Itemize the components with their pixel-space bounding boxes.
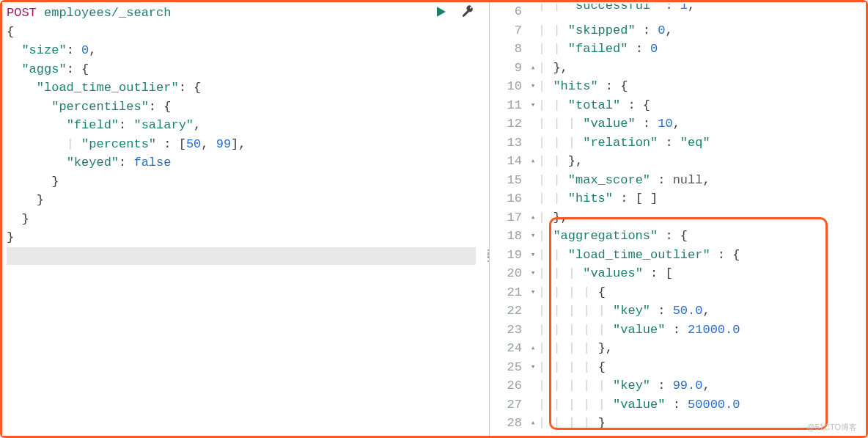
fold-icon[interactable]: ▾ [528,96,538,115]
response-line: 18▾| "aggregations" : { [490,227,866,246]
response-line: 13| | | "relation" : "eq" [490,134,866,153]
line-number: 16 [490,189,528,208]
response-line: 12| | | "value" : 10, [490,114,866,134]
response-line: 15| | "max_score" : null, [490,171,866,190]
request-pane[interactable]: POST employees/_search { "size": 0, "agg… [2,2,489,436]
wrench-icon[interactable] [461,5,474,22]
line-number: 13 [490,134,528,153]
line-number: 22 [490,302,528,321]
line-number: 25 [490,358,528,377]
line-number: 26 [490,376,528,395]
fold-icon[interactable]: ▾ [528,264,538,283]
response-line: 29▴| | | ] [490,433,866,437]
fold-icon[interactable] [528,21,538,40]
response-line: 26| | | | | "key" : 99.0, [490,376,866,395]
fold-icon[interactable]: ▴ [528,339,538,358]
response-pane[interactable]: 6| | "successful" : 1,7| | "skipped" : 0… [489,2,866,436]
response-line: 17▴| }, [490,208,866,227]
fold-icon[interactable]: ▴ [528,433,538,437]
fold-icon[interactable] [528,395,538,415]
request-code[interactable]: POST employees/_search { "size": 0, "agg… [2,2,489,265]
watermark: @51CTO博客 [807,422,857,433]
line-number: 20 [490,264,528,283]
fold-icon[interactable] [528,40,538,59]
response-line: 10▾| "hits" : { [490,77,866,96]
fold-icon[interactable]: ▴ [528,414,538,433]
response-line: 8| | "failed" : 0 [490,40,866,59]
fold-icon[interactable]: ▴ [528,208,538,227]
line-number: 11 [490,96,528,115]
fold-icon[interactable]: ▾ [528,358,538,377]
line-number: 9 [490,59,528,78]
response-line: 22| | | | | "key" : 50.0, [490,302,866,321]
response-line: 7| | "skipped" : 0, [490,21,866,40]
line-number: 6 [490,2,528,21]
fold-icon[interactable] [528,171,538,190]
fold-icon[interactable]: ▾ [528,246,538,265]
fold-icon[interactable]: ▾ [528,227,538,246]
fold-icon[interactable]: ▴ [528,152,538,171]
fold-icon[interactable] [528,376,538,395]
response-line: 14▴| | }, [490,152,866,171]
fold-icon[interactable] [528,302,538,321]
line-number: 8 [490,40,528,59]
response-line: 24▴| | | | }, [490,339,866,358]
endpoint: employees/_search [44,6,171,20]
response-line: 16| | "hits" : [ ] [490,189,866,208]
response-line: 19▾| | "load_time_outlier" : { [490,246,866,265]
fold-icon[interactable]: ▾ [528,283,538,302]
fold-icon[interactable] [528,114,538,134]
line-number: 23 [490,321,528,340]
request-toolbar [435,5,474,22]
line-number: 29 [490,433,528,437]
line-number: 12 [490,114,528,134]
line-number: 10 [490,77,528,96]
response-line: 11▾| | "total" : { [490,96,866,115]
response-line: 20▾| | | "values" : [ [490,264,866,283]
editor-frame: POST employees/_search { "size": 0, "agg… [0,0,868,438]
response-line: 23| | | | | "value" : 21000.0 [490,321,866,340]
line-number: 28 [490,414,528,433]
response-line: 25▾| | | | { [490,358,866,377]
response-line: 21▾| | | | { [490,283,866,302]
line-number: 14 [490,152,528,171]
fold-icon[interactable] [528,189,538,208]
line-number: 7 [490,21,528,40]
line-number: 17 [490,208,528,227]
pane-resize-handle[interactable]: ⋮⋮ [483,252,493,260]
response-line: 9▴| }, [490,59,866,78]
fold-icon[interactable] [528,134,538,153]
line-number: 15 [490,171,528,190]
fold-icon[interactable]: ▾ [528,77,538,96]
line-number: 18 [490,227,528,246]
line-number: 27 [490,395,528,415]
fold-icon[interactable]: ▴ [528,59,538,78]
http-method: POST [7,6,37,20]
fold-icon[interactable] [528,2,538,21]
run-icon[interactable] [435,5,448,22]
line-number: 21 [490,283,528,302]
response-line: 27| | | | | "value" : 50000.0 [490,395,866,415]
response-line: 6| | "successful" : 1, [490,2,866,21]
cursor-line [7,247,476,265]
line-number: 19 [490,246,528,265]
fold-icon[interactable] [528,321,538,340]
line-number: 24 [490,339,528,358]
